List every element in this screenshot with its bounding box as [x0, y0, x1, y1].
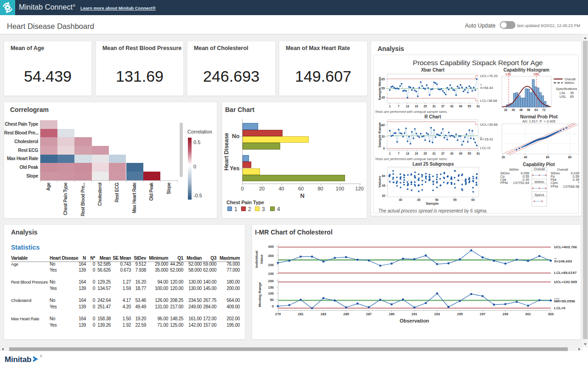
svg-text:Xbar Chart: Xbar Chart	[421, 67, 445, 72]
svg-text:287: 287	[366, 312, 372, 316]
svg-text:Observation: Observation	[400, 318, 429, 323]
svg-text:0: 0	[272, 304, 274, 308]
svg-text:279: 279	[275, 312, 281, 316]
svg-text:Sample Mean: Sample Mean	[378, 77, 382, 100]
svg-text:281: 281	[298, 312, 304, 316]
svg-text:Within: Within	[509, 167, 519, 172]
svg-text:45: 45	[382, 184, 385, 187]
svg-text:37: 37	[441, 152, 445, 155]
svg-text:200: 200	[268, 263, 274, 267]
svg-text:Specifications: Specifications	[556, 87, 577, 91]
svg-text:43: 43	[450, 105, 454, 108]
svg-text:UCL=192.965: UCL=192.965	[554, 280, 577, 284]
svg-text:LCL=0: LCL=0	[480, 146, 490, 150]
svg-text:Moving Range: Moving Range	[258, 282, 262, 307]
svg-text:Normal Prob Plot: Normal Prob Plot	[520, 114, 558, 119]
svg-text:Capability Plot: Capability Plot	[523, 162, 555, 167]
svg-text:19: 19	[415, 152, 418, 155]
svg-text:Tests are performed with unequ: Tests are performed with unequal sample …	[375, 110, 448, 114]
svg-text:Sample Range: Sample Range	[378, 122, 382, 148]
svg-text:40: 40	[524, 156, 527, 159]
svg-text:X=246.693: X=246.693	[554, 259, 572, 263]
svg-text:72: 72	[542, 108, 546, 112]
svg-text:PPM: PPM	[500, 181, 508, 185]
svg-text:40: 40	[512, 108, 515, 112]
svg-text:LCL=0: LCL=0	[554, 306, 565, 310]
svg-text:43: 43	[450, 152, 454, 155]
svg-text:Capability Histogram: Capability Histogram	[503, 67, 549, 72]
svg-text:60: 60	[471, 198, 475, 201]
svg-text:25: 25	[424, 152, 427, 155]
svg-text:AD: 1.517, P: < 0.005: AD: 1.517, P: < 0.005	[522, 119, 555, 123]
svg-text:293: 293	[434, 312, 440, 316]
svg-text:25: 25	[424, 105, 427, 108]
svg-text:19: 19	[415, 105, 418, 108]
svg-text:289: 289	[389, 312, 395, 316]
svg-text:60: 60	[546, 156, 550, 159]
svg-text:Process Capability Sixpack Rep: Process Capability Sixpack Report for Ag…	[413, 59, 543, 67]
svg-text:300: 300	[268, 254, 274, 258]
svg-text:Overall: Overall	[534, 167, 545, 171]
svg-text:49: 49	[459, 152, 463, 155]
svg-text:50: 50	[270, 298, 274, 302]
svg-text:303: 303	[548, 312, 554, 316]
svg-text:LCL=89.6197: LCL=89.6197	[554, 271, 577, 275]
svg-text:Individual: Individual	[254, 251, 259, 268]
svg-text:200: 200	[268, 279, 274, 283]
svg-text:80: 80	[568, 156, 572, 159]
svg-text:7: 7	[398, 152, 400, 155]
svg-text:45: 45	[417, 198, 421, 201]
svg-text:295: 295	[457, 312, 463, 316]
svg-text:7: 7	[398, 105, 400, 108]
svg-text:32: 32	[504, 108, 508, 112]
svg-text:Within: Within	[535, 180, 544, 184]
svg-text:65: 65	[381, 78, 385, 81]
svg-text:291: 291	[412, 312, 418, 316]
svg-text:UCL=70.20: UCL=70.20	[480, 74, 498, 78]
svg-text:0: 0	[383, 147, 385, 150]
svg-text:64: 64	[535, 108, 538, 112]
svg-text:X=54.44: X=54.44	[480, 86, 493, 90]
svg-text:USL: USL	[560, 95, 566, 99]
svg-text:49: 49	[459, 105, 463, 108]
svg-text:13: 13	[406, 105, 409, 108]
svg-text:100: 100	[268, 272, 274, 276]
svg-text:137068.58: 137068.58	[563, 184, 579, 189]
svg-text:Specs: Specs	[535, 193, 544, 197]
svg-text:40: 40	[399, 198, 402, 201]
svg-text:PPM: PPM	[551, 184, 558, 189]
svg-text:Within: Within	[565, 81, 574, 85]
svg-text:20: 20	[381, 135, 385, 138]
svg-text:45: 45	[381, 96, 385, 99]
svg-text:297: 297	[480, 312, 486, 316]
svg-text:20: 20	[502, 156, 505, 159]
svg-text:Tests are performed with unequ: Tests are performed with unequal sample …	[375, 157, 448, 161]
svg-text:299: 299	[503, 312, 509, 316]
svg-text:48: 48	[519, 108, 523, 112]
svg-text:55: 55	[381, 87, 385, 90]
svg-text:R=15.41: R=15.41	[480, 137, 493, 141]
svg-text:USL: USL	[534, 72, 540, 76]
svg-text:LSL: LSL	[506, 72, 511, 76]
svg-text:1: 1	[389, 152, 391, 155]
svg-text:R Chart: R Chart	[424, 114, 441, 119]
svg-text:55: 55	[468, 152, 471, 155]
svg-text:100: 100	[268, 291, 274, 296]
svg-text:65: 65	[570, 95, 574, 99]
svg-text:Sample: Sample	[426, 201, 439, 206]
svg-text:301: 301	[525, 312, 531, 316]
svg-text:55: 55	[453, 198, 457, 201]
svg-text:Last 25 Subgroups: Last 25 Subgroups	[413, 162, 454, 167]
svg-text:1: 1	[389, 105, 391, 108]
svg-text:61: 61	[476, 152, 480, 155]
svg-text:The actual process spread is r: The actual process spread is represented…	[379, 208, 488, 213]
svg-text:LCL=38.68: LCL=38.68	[480, 99, 497, 103]
svg-text:31: 31	[432, 105, 436, 108]
svg-text:37: 37	[441, 105, 445, 108]
svg-text:60: 60	[382, 174, 385, 178]
svg-text:150: 150	[268, 285, 274, 290]
svg-text:55: 55	[468, 105, 471, 108]
svg-text:56: 56	[527, 108, 531, 112]
svg-text:30: 30	[382, 194, 385, 197]
svg-text:283: 283	[321, 312, 327, 316]
